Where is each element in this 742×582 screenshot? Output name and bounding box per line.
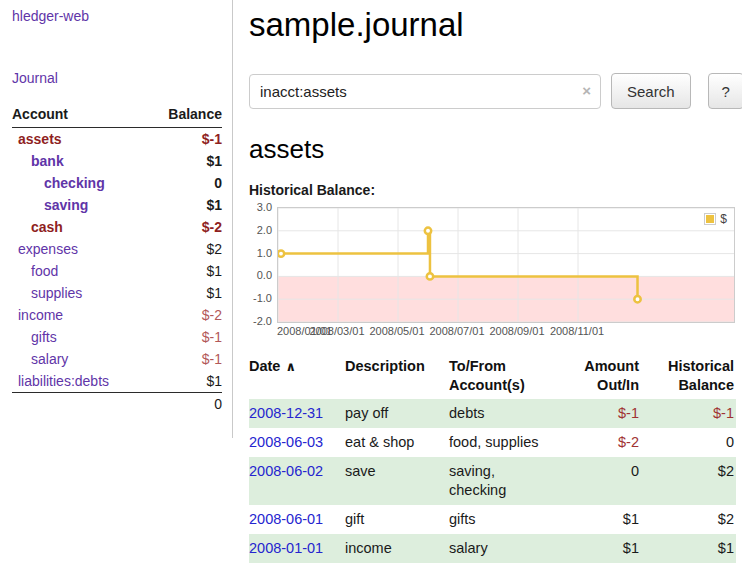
y-tick-label: 1.0 <box>257 247 272 259</box>
transaction-accounts: gifts <box>449 505 555 534</box>
transaction-amount: $1 <box>555 505 651 534</box>
register-header-date[interactable]: Date∧ <box>249 355 345 399</box>
search-bar: × Search ? <box>249 73 742 109</box>
account-row: assets$-1 <box>12 128 222 151</box>
account-row: income$-2 <box>12 304 222 326</box>
account-cell: saving <box>12 194 147 216</box>
transaction-date-cell: 2008-01-01 <box>249 534 345 563</box>
accounts-table: Account Balance assets$-1bank$1checking0… <box>12 104 222 415</box>
account-balance: $1 <box>147 194 222 216</box>
app: hledger-web Journal Account Balance asse… <box>0 0 742 563</box>
chart-legend: $ <box>702 211 731 227</box>
account-link[interactable]: gifts <box>31 329 57 345</box>
account-link[interactable]: salary <box>31 351 68 367</box>
account-link[interactable]: supplies <box>31 285 82 301</box>
accounts-header-balance: Balance <box>147 104 222 128</box>
header-label: Amount <box>584 358 639 374</box>
transaction-row: 2008-06-01giftgifts$1$2 <box>249 505 736 534</box>
transaction-date-link[interactable]: 2008-01-01 <box>249 540 323 556</box>
transaction-row: 2008-06-03eat & shopfood, supplies$-20 <box>249 428 736 457</box>
register-header-description: Description <box>345 355 449 399</box>
header-label: Account(s) <box>449 377 525 393</box>
transaction-amount: $1 <box>555 534 651 563</box>
account-link[interactable]: assets <box>18 131 62 147</box>
transaction-row: 2008-06-02savesaving, checking0$2 <box>249 457 736 505</box>
transaction-date-link[interactable]: 2008-12-31 <box>249 405 323 421</box>
header-label: Date <box>249 358 280 374</box>
help-button[interactable]: ? <box>708 73 742 109</box>
account-link[interactable]: expenses <box>18 241 78 257</box>
transaction-date-link[interactable]: 2008-06-01 <box>249 511 323 527</box>
journal-link[interactable]: Journal <box>12 70 222 86</box>
x-tick-label: 2008/07/01 <box>429 325 484 337</box>
account-link[interactable]: income <box>18 307 63 323</box>
header-label: Description <box>345 358 425 374</box>
clear-search-icon[interactable]: × <box>582 83 591 98</box>
transaction-balance: $1 <box>651 534 736 563</box>
account-balance: $1 <box>147 150 222 172</box>
y-tick-label: -1.0 <box>253 292 272 304</box>
transaction-date-cell: 2008-06-02 <box>249 457 345 505</box>
transaction-amount: $-2 <box>555 428 651 457</box>
transaction-description: save <box>345 457 449 505</box>
account-row: food$1 <box>12 260 222 282</box>
y-tick-label: 3.0 <box>257 201 272 213</box>
transaction-date-link[interactable]: 2008-06-02 <box>249 463 323 479</box>
account-balance: $-1 <box>147 128 222 151</box>
accounts-header-row: Account Balance <box>12 104 222 128</box>
register-header-accounts: To/FromAccount(s) <box>449 355 555 399</box>
transaction-date-cell: 2008-06-03 <box>249 428 345 457</box>
transaction-date-cell: 2008-06-01 <box>249 505 345 534</box>
accounts-total: 0 <box>12 393 222 416</box>
header-label: Out/In <box>597 377 639 393</box>
account-cell: gifts <box>12 326 147 348</box>
page-title: sample.journal <box>249 6 742 44</box>
account-balance: $1 <box>147 370 222 393</box>
account-row: cash$-2 <box>12 216 222 238</box>
app-title-link[interactable]: hledger-web <box>12 8 222 24</box>
chart-canvas <box>278 208 734 322</box>
transaction-date-cell: 2008-12-31 <box>249 399 345 428</box>
account-cell: supplies <box>12 282 147 304</box>
account-cell: income <box>12 304 147 326</box>
transaction-date-link[interactable]: 2008-06-03 <box>249 434 323 450</box>
balance-chart: 3.02.01.00.0-1.0-2.0 $ 2008/01/012008/03… <box>249 207 742 340</box>
account-row: bank$1 <box>12 150 222 172</box>
search-button[interactable]: Search <box>611 73 691 109</box>
transaction-description: eat & shop <box>345 428 449 457</box>
header-label: Historical <box>668 358 734 374</box>
account-link[interactable]: food <box>31 263 58 279</box>
transaction-accounts: food, supplies <box>449 428 555 457</box>
accounts-header-account: Account <box>12 104 147 128</box>
account-balance: $-2 <box>147 216 222 238</box>
y-tick-label: 0.0 <box>257 269 272 281</box>
account-row: salary$-1 <box>12 348 222 370</box>
account-cell: expenses <box>12 238 147 260</box>
account-link[interactable]: bank <box>31 153 64 169</box>
account-balance: $-1 <box>147 348 222 370</box>
transaction-balance: $-1 <box>651 399 736 428</box>
register-header-row: Date∧DescriptionTo/FromAccount(s)AmountO… <box>249 355 736 399</box>
x-tick-label: 2008/03/01 <box>309 325 364 337</box>
account-cell: liabilities:debts <box>12 370 147 393</box>
transaction-description: income <box>345 534 449 563</box>
transaction-balance: $2 <box>651 505 736 534</box>
account-link[interactable]: liabilities:debts <box>18 373 109 389</box>
account-link[interactable]: checking <box>44 175 105 191</box>
transaction-description: gift <box>345 505 449 534</box>
account-row: expenses$2 <box>12 238 222 260</box>
sort-asc-icon: ∧ <box>285 359 296 374</box>
legend-color-swatch <box>704 213 716 225</box>
search-input[interactable] <box>249 74 601 109</box>
transaction-accounts: salary <box>449 534 555 563</box>
account-balance: $-1 <box>147 326 222 348</box>
y-tick-label: -2.0 <box>253 315 272 327</box>
transaction-amount: $-1 <box>555 399 651 428</box>
chart-x-axis: 2008/01/012008/03/012008/05/012008/07/01… <box>277 325 735 340</box>
account-heading: assets <box>249 134 742 165</box>
account-balance: $1 <box>147 260 222 282</box>
account-cell: cash <box>12 216 147 238</box>
account-link[interactable]: saving <box>44 197 88 213</box>
account-cell: assets <box>12 128 147 151</box>
account-link[interactable]: cash <box>31 219 63 235</box>
